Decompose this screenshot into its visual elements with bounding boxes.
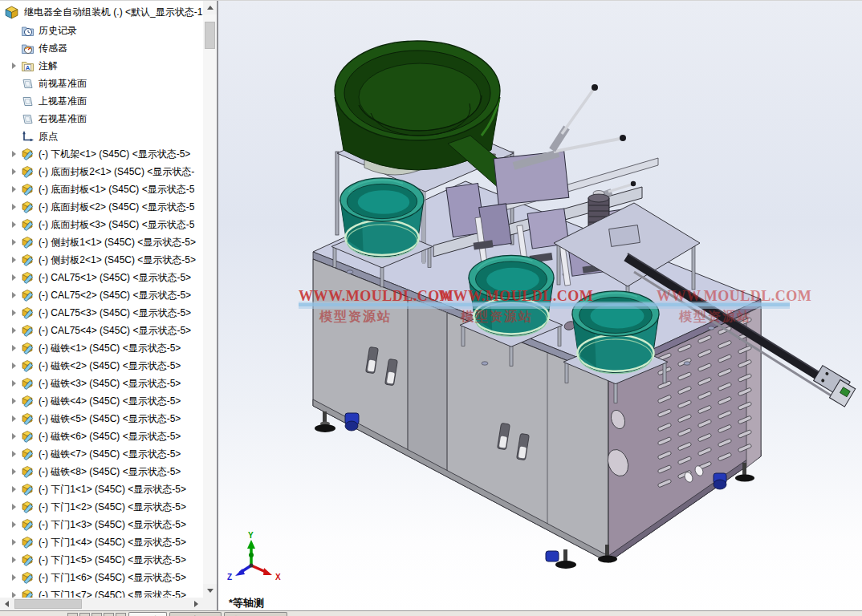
origin-icon [21, 130, 35, 144]
tree-item[interactable]: (-) 磁铁<3> (S45C) <显示状态-5> [0, 375, 203, 392]
tree-item[interactable]: (-) 下门1<2> (S45C) <显示状态-5> [0, 498, 203, 516]
tree-item[interactable]: (-) 下门1<1> (S45C) <显示状态-5> [0, 480, 203, 498]
tree-item[interactable]: (-) 磁铁<4> (S45C) <显示状态-5> [0, 392, 203, 410]
graphics-area[interactable]: WWW.MOULDL.COM 模型资源站 WWW.MOULDL.COM 模型资源… [218, 1, 862, 616]
tab-model[interactable]: 模型 [128, 612, 167, 616]
tree-item[interactable]: (-) CAL75<3> (S45C) <显示状态-5> [0, 304, 203, 322]
tree-item[interactable]: (-) 底面封板<3> (S45C) <显示状态-5 [0, 216, 203, 233]
expand-arrow-icon[interactable] [6, 204, 21, 210]
expand-arrow-icon[interactable] [6, 221, 21, 228]
tree-item[interactable]: 上视基准面 [0, 92, 203, 110]
assembly-icon [4, 5, 21, 20]
left-arrow-icon [5, 601, 9, 607]
tree-item[interactable]: (-) 底面封板<2> (S45C) <显示状态-5 [0, 198, 203, 216]
scroll-down-button[interactable] [203, 584, 217, 598]
expand-arrow-icon[interactable] [6, 380, 21, 387]
tree-item-label: (-) 底面封板<3> (S45C) <显示状态-5 [35, 218, 194, 232]
expand-arrow-icon[interactable] [6, 504, 21, 510]
tree-item[interactable]: 传感器 [0, 39, 203, 57]
expand-arrow-icon[interactable] [6, 151, 21, 157]
horizontal-scrollbar[interactable] [0, 598, 203, 610]
expand-arrow-icon[interactable] [6, 363, 21, 369]
expand-arrow-icon[interactable] [6, 539, 21, 545]
vertical-scrollbar[interactable] [203, 1, 217, 598]
part-icon [21, 201, 35, 214]
tree-item[interactable]: (-) 磁铁<8> (S45C) <显示状态-5> [0, 463, 203, 480]
tree-item-label: (-) CAL75<4> (S45C) <显示状态-5> [35, 324, 191, 338]
expand-arrow-icon[interactable] [6, 398, 21, 404]
expand-arrow-icon[interactable] [6, 592, 21, 598]
axis-y-label: Y [248, 531, 254, 540]
tree-item[interactable]: A注解 [0, 57, 203, 75]
tab-scroll-prev-button[interactable] [79, 613, 90, 616]
expand-arrow-icon[interactable] [6, 310, 21, 316]
tree-item-label: 原点 [35, 130, 58, 144]
expand-arrow-icon[interactable] [6, 468, 21, 475]
tree-item-label: (-) CAL75<3> (S45C) <显示状态-5> [35, 306, 191, 320]
expand-arrow-icon[interactable] [6, 186, 21, 192]
tree-item[interactable]: (-) 磁铁<7> (S45C) <显示状态-5> [0, 445, 203, 463]
up-arrow-icon [207, 6, 213, 10]
tree-item[interactable]: (-) 底面封板2<1> (S45C) <显示状态- [0, 163, 203, 180]
expand-arrow-icon[interactable] [6, 168, 21, 175]
tree-item[interactable]: 右视基准面 [0, 110, 203, 128]
tree-item[interactable]: (-) 下门1<7> (S45C) <显示状态-5> [0, 586, 203, 598]
expand-arrow-icon[interactable] [6, 521, 21, 528]
scroll-right-button[interactable] [189, 598, 203, 610]
expand-arrow-icon[interactable] [6, 274, 21, 281]
tab-scroll-first-button[interactable] [67, 613, 78, 616]
tab-scroll-next-button[interactable] [91, 613, 102, 616]
expand-arrow-icon[interactable] [6, 292, 21, 298]
tree-item[interactable]: 历史记录 [0, 22, 203, 39]
tree-item[interactable]: (-) CAL75<2> (S45C) <显示状态-5> [0, 286, 203, 304]
horizontal-scrollbar-thumb[interactable] [14, 599, 82, 609]
expand-arrow-icon[interactable] [6, 451, 21, 457]
part-icon [21, 236, 35, 249]
tree-item[interactable]: (-) 磁铁<2> (S45C) <显示状态-5> [0, 357, 203, 375]
tree-item[interactable]: (-) 下机架<1> (S45C) <显示状态-5> [0, 145, 203, 163]
expand-arrow-icon[interactable] [6, 239, 21, 245]
tree-item[interactable]: (-) 磁铁<5> (S45C) <显示状态-5> [0, 410, 203, 428]
vertical-scrollbar-thumb[interactable] [205, 22, 215, 49]
tree-item[interactable]: 原点 [0, 128, 203, 145]
tree-item-label: (-) CAL75<1> (S45C) <显示状态-5> [35, 271, 191, 285]
tree-item[interactable]: (-) 侧封板2<1> (S45C) <显示状态-5> [0, 251, 203, 269]
scroll-up-button[interactable] [203, 1, 217, 14]
solidworks-window: 继电器全自动组装机 (.) <默认_显示状态-1: 历史记录传感器A注解前视基准… [0, 0, 862, 616]
assembly-machine-model[interactable]: WWW.MOULDL.COM 模型资源站 WWW.MOULDL.COM 模型资源… [218, 1, 862, 616]
expand-arrow-icon[interactable] [6, 415, 21, 422]
expand-arrow-icon[interactable] [6, 257, 21, 263]
tree-item[interactable]: (-) 下门1<3> (S45C) <显示状态-5> [0, 516, 203, 533]
tab-scroll-last-button[interactable] [104, 613, 114, 616]
expand-arrow-icon[interactable] [6, 557, 21, 563]
history-icon [21, 24, 35, 38]
tree-item[interactable]: (-) 侧封板1<1> (S45C) <显示状态-5> [0, 233, 203, 251]
tab-motion-study[interactable]: 运动算例 1 [224, 612, 287, 616]
expand-arrow-icon[interactable] [6, 574, 21, 581]
scroll-left-button[interactable] [0, 598, 14, 610]
tree-item[interactable]: (-) 底面封板<1> (S45C) <显示状态-5 [0, 180, 203, 198]
tree-item[interactable]: (-) 磁铁<6> (S45C) <显示状态-5> [0, 428, 203, 445]
tab-3d-views[interactable]: 3D 视图 [169, 612, 222, 616]
tree-item[interactable]: (-) CAL75<1> (S45C) <显示状态-5> [0, 269, 203, 286]
expand-arrow-icon[interactable] [6, 486, 21, 492]
tree-item[interactable]: (-) 下门1<6> (S45C) <显示状态-5> [0, 569, 203, 586]
right-arrow-icon [194, 601, 198, 607]
expand-arrow-icon[interactable] [6, 327, 21, 334]
tab-list-button[interactable] [116, 613, 126, 616]
orientation-triad: Y Z X [227, 531, 281, 582]
tab-scroll-buttons[interactable] [67, 611, 126, 616]
tree-item[interactable]: (-) CAL75<4> (S45C) <显示状态-5> [0, 322, 203, 339]
tree-item-label: 上视基准面 [35, 95, 87, 108]
tree-item-label: (-) 侧封板2<1> (S45C) <显示状态-5> [35, 253, 196, 267]
tree-item[interactable]: (-) 磁铁<1> (S45C) <显示状态-5> [0, 339, 203, 357]
expand-arrow-icon[interactable] [6, 433, 21, 440]
tree-item[interactable]: (-) 下门1<5> (S45C) <显示状态-5> [0, 551, 203, 569]
tree-root-item[interactable]: 继电器全自动组装机 (.) <默认_显示状态-1: [0, 2, 203, 22]
part-icon [21, 324, 35, 338]
expand-arrow-icon[interactable] [6, 63, 21, 69]
expand-arrow-icon[interactable] [6, 345, 21, 351]
tree-item[interactable]: 前视基准面 [0, 75, 203, 92]
tree-item[interactable]: (-) 下门1<4> (S45C) <显示状态-5> [0, 533, 203, 551]
tree-item-label: (-) 下门1<4> (S45C) <显示状态-5> [35, 536, 186, 549]
